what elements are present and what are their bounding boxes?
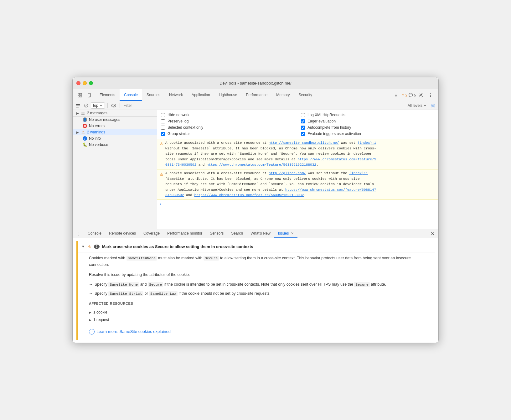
bottom-tab-menu[interactable]: ⋮ xyxy=(74,229,84,238)
eager-eval-checkbox[interactable] xyxy=(301,119,305,123)
hide-network-checkbox[interactable] xyxy=(161,113,165,117)
warnings-badge: ⚠ 2 xyxy=(401,93,407,97)
tab-lighthouse[interactable]: Lighthouse xyxy=(214,89,242,101)
issue-header[interactable]: ▼ ⚠ 1 Mark cross-site cookies as Secure … xyxy=(78,241,435,252)
sidebar-item-info[interactable]: i No info xyxy=(73,135,157,142)
svg-rect-19 xyxy=(81,113,85,114)
tab-memory[interactable]: Memory xyxy=(272,89,294,101)
log-link-8[interactable]: https://www.chromestatus.com/feature/563… xyxy=(194,193,304,197)
warning-icon: ⚠ xyxy=(81,130,85,134)
filter-input[interactable] xyxy=(122,103,405,108)
bug-icon: 🐛 xyxy=(83,143,87,147)
group-similar-checkbox[interactable] xyxy=(161,132,165,136)
mobile-icon[interactable] xyxy=(85,91,93,99)
tab-sources[interactable]: Sources xyxy=(142,89,165,101)
learn-more-link[interactable]: → Learn more: SameSite cookies explained xyxy=(89,328,427,335)
log-text-2: A cookie associated with a cross-site re… xyxy=(165,171,436,198)
log-link-2[interactable]: https://www.chromestatus.com/feature/5 xyxy=(297,158,376,161)
issue-description-1: Cookies marked with SameSite=None must a… xyxy=(89,255,427,268)
maximize-button[interactable] xyxy=(89,81,93,85)
arrow-icon-1: → xyxy=(89,281,93,288)
tab-bar-left xyxy=(74,89,95,101)
sidebar-item-errors[interactable]: ✕ No errors xyxy=(73,123,157,129)
log-source-1[interactable]: (index):1 xyxy=(358,141,376,145)
minimize-button[interactable] xyxy=(83,81,87,85)
svg-point-17 xyxy=(432,105,434,106)
sidebar-item-warnings[interactable]: ▶ ⚠ 2 warnings xyxy=(73,129,157,135)
person-icon: 👤 xyxy=(83,117,87,122)
log-prompt: › xyxy=(157,200,438,208)
console-settings-button[interactable] xyxy=(430,102,436,109)
log-entry-2: ⚠ A cookie associated with a cross-site … xyxy=(157,169,438,200)
bottom-panel-close[interactable]: ✕ xyxy=(428,229,437,238)
tab-security[interactable]: Security xyxy=(294,89,317,101)
selected-context-checkbox[interactable] xyxy=(161,126,165,130)
block-icon[interactable] xyxy=(83,102,90,109)
kebab-menu-button[interactable] xyxy=(426,91,435,99)
inspect-icon[interactable] xyxy=(76,91,84,99)
issue-arrow-item-2: → Specify SameSite=Strict or SameSite=La… xyxy=(89,290,427,297)
autocomplete-checkbox[interactable] xyxy=(301,126,305,130)
tab-application[interactable]: Application xyxy=(187,89,214,101)
issue-item-1: ▼ ⚠ 1 Mark cross-site cookies as Secure … xyxy=(76,241,435,340)
log-link-5[interactable]: http://glitch.com/ xyxy=(269,171,306,175)
bottom-tab-performance-monitor[interactable]: Performance monitor xyxy=(163,229,206,238)
more-tabs-button[interactable]: » xyxy=(392,91,400,99)
svg-rect-1 xyxy=(78,96,80,97)
bottom-tab-search[interactable]: Search xyxy=(227,229,247,238)
bottom-tab-console[interactable]: Console xyxy=(84,229,105,238)
log-link-1[interactable]: http://samesite-sandbox.glitch.me/ xyxy=(269,141,339,145)
code-samesite-strict: SameSite=Strict xyxy=(108,291,143,296)
svg-point-16 xyxy=(113,105,114,106)
issues-tab-close[interactable]: ✕ xyxy=(291,231,294,236)
log-levels-dropdown[interactable]: All levels xyxy=(406,103,428,108)
resource-item-request[interactable]: ▶ 1 request xyxy=(89,316,427,324)
log-link-6[interactable]: https://www.chromestatus.com/feature/508… xyxy=(285,188,376,192)
bottom-tab-sensors[interactable]: Sensors xyxy=(206,229,227,238)
issue-arrow-item-1: → Specify SameSite=None and Secure if th… xyxy=(89,281,427,288)
expand-arrow: ▶ xyxy=(76,111,79,115)
issue-warn-icon: ⚠ xyxy=(87,244,91,249)
sidebar-item-user-messages[interactable]: 👤 No user messages xyxy=(73,117,157,123)
log-link-3[interactable]: 088147346030592 xyxy=(165,163,196,167)
code-samesite-lax: SameSite=Lax xyxy=(149,291,178,296)
bottom-tab-coverage[interactable]: Coverage xyxy=(140,229,163,238)
svg-rect-2 xyxy=(80,93,82,95)
bottom-tab-whats-new[interactable]: What's New xyxy=(247,229,274,238)
log-xhr-checkbox[interactable] xyxy=(301,113,305,117)
tab-network[interactable]: Network xyxy=(165,89,187,101)
log-link-7[interactable]: 346030592 xyxy=(165,193,184,197)
close-button[interactable] xyxy=(76,81,80,85)
tab-bar-right: » ⚠ 2 💬 5 xyxy=(390,89,437,101)
tab-performance[interactable]: Performance xyxy=(242,89,272,101)
svg-point-9 xyxy=(430,96,431,97)
evaluate-triggers-checkbox[interactable] xyxy=(301,132,305,136)
bottom-tab-issues[interactable]: Issues ✕ xyxy=(274,229,297,238)
tab-console[interactable]: Console xyxy=(120,89,142,101)
svg-point-5 xyxy=(89,96,90,97)
console-toolbar: top All levels xyxy=(73,101,438,110)
resource-item-cookie[interactable]: ▶ 1 cookie xyxy=(89,309,427,316)
clear-console-button[interactable] xyxy=(75,102,81,109)
tab-elements[interactable]: Elements xyxy=(95,89,120,101)
svg-rect-3 xyxy=(80,96,82,97)
svg-point-8 xyxy=(430,95,431,96)
console-sidebar: ▶ 2 messages 👤 No user messages xyxy=(73,110,157,229)
sidebar-item-messages[interactable]: ▶ 2 messages xyxy=(73,110,157,116)
bottom-tab-remote-devices[interactable]: Remote devices xyxy=(105,229,140,238)
issue-count-badge: 1 xyxy=(94,245,100,249)
code-secure-1: Secure xyxy=(204,256,219,261)
issue-title: Mark cross-site cookies as Secure to all… xyxy=(102,244,431,249)
warn-icon-2: ⚠ xyxy=(160,171,163,178)
main-content: ▶ 2 messages 👤 No user messages xyxy=(73,110,438,229)
log-link-4[interactable]: https://www.chromestatus.com/feature/563… xyxy=(207,163,316,167)
sidebar-messages: 👤 No user messages ✕ No errors ▶ ⚠ 2 war… xyxy=(73,117,157,229)
preserve-log-checkbox[interactable] xyxy=(161,119,165,123)
eye-button[interactable] xyxy=(110,102,117,109)
log-source-2[interactable]: (index):1 xyxy=(349,171,368,175)
log-entry-1: ⚠ A cookie associated with a cross-site … xyxy=(157,139,438,169)
code-secure-3: Secure xyxy=(354,282,369,287)
sidebar-item-verbose[interactable]: 🐛 No verbose xyxy=(73,142,157,148)
context-selector[interactable]: top xyxy=(91,102,105,109)
settings-button[interactable] xyxy=(417,91,425,99)
